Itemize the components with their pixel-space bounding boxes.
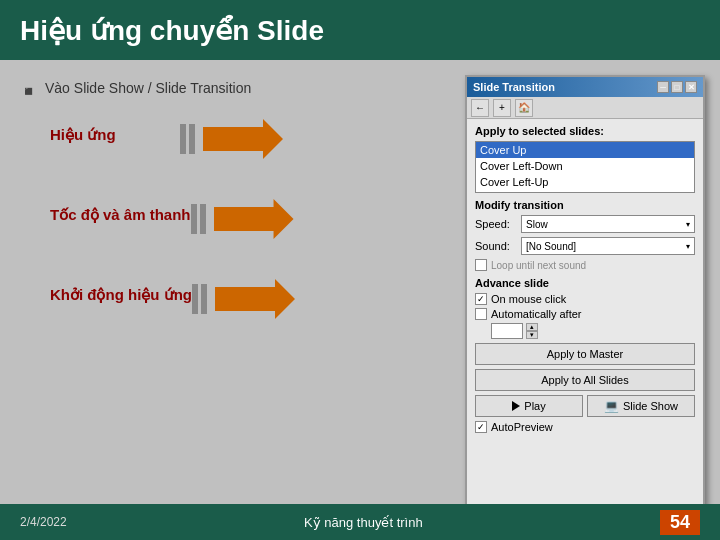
bar-5: [192, 284, 198, 314]
sound-row: Sound: [No Sound] ▾: [475, 237, 695, 255]
section3-label: Khởi động hiệu ứng: [50, 286, 192, 304]
play-slideshow-row: Play 💻 Slide Show: [475, 395, 695, 417]
arrow-3: [215, 279, 295, 319]
loop-label: Loop until next sound: [491, 260, 586, 271]
auto-after-row: Automatically after: [475, 308, 695, 320]
dialog-toolbar: ← + 🏠: [467, 97, 703, 119]
left-panel: ◾ Vào Slide Show / Slide Transition Hiệu…: [0, 70, 465, 530]
bar-4: [200, 204, 206, 234]
speed-arrow-icon: ▾: [686, 220, 690, 229]
page-header: Hiệu ứng chuyển Slide: [0, 0, 720, 60]
auto-preview-checkbox[interactable]: [475, 421, 487, 433]
main-content: ◾ Vào Slide Show / Slide Transition Hiệu…: [0, 60, 720, 540]
toolbar-btn-3[interactable]: 🏠: [515, 99, 533, 117]
sound-value: [No Sound]: [526, 241, 576, 252]
speed-label: Speed:: [475, 218, 517, 230]
bar-group-3: [192, 284, 207, 314]
spin-up[interactable]: ▴: [526, 323, 538, 331]
arrow-1: [203, 119, 283, 159]
bar-group-2: [191, 204, 206, 234]
bullet-item: ◾ Vào Slide Show / Slide Transition: [20, 80, 445, 99]
footer-date: 2/4/2022: [20, 515, 67, 529]
loop-row: Loop until next sound: [475, 259, 695, 271]
spinner-arrows: ▴ ▾: [526, 323, 538, 339]
footer: 2/4/2022 Kỹ năng thuyết trình 54: [0, 504, 720, 540]
transition-listbox[interactable]: Cover Up Cover Left-Down Cover Left-Up: [475, 141, 695, 193]
list-item-0[interactable]: Cover Up: [476, 142, 694, 158]
dialog-titlebar: Slide Transition ─ □ ✕: [467, 77, 703, 97]
toolbar-btn-1[interactable]: ←: [471, 99, 489, 117]
modify-section-title: Modify transition: [475, 199, 695, 211]
advance-section-title: Advance slide: [475, 277, 695, 289]
arrow-2: [214, 199, 294, 239]
dialog-controls: ─ □ ✕: [657, 81, 697, 93]
time-spinner[interactable]: [491, 323, 523, 339]
auto-preview-row: AutoPreview: [475, 421, 695, 433]
auto-preview-label: AutoPreview: [491, 421, 553, 433]
section2-row: Tốc độ và âm thanh: [50, 199, 445, 239]
sound-label: Sound:: [475, 240, 517, 252]
bar-2: [189, 124, 195, 154]
section1-label: Hiệu ứng: [50, 126, 180, 144]
slideshow-icon: 💻: [604, 399, 619, 413]
bar-3: [191, 204, 197, 234]
apply-master-label: Apply to Master: [547, 348, 623, 360]
bar-6: [201, 284, 207, 314]
speed-value: Slow: [526, 219, 548, 230]
auto-after-checkbox[interactable]: [475, 308, 487, 320]
speed-select[interactable]: Slow ▾: [521, 215, 695, 233]
sound-select[interactable]: [No Sound] ▾: [521, 237, 695, 255]
bar-1: [180, 124, 186, 154]
section1-row: Hiệu ứng: [50, 119, 445, 159]
section2-label: Tốc độ và âm thanh: [50, 206, 191, 224]
apply-master-button[interactable]: Apply to Master: [475, 343, 695, 365]
maximize-button[interactable]: □: [671, 81, 683, 93]
list-item-1[interactable]: Cover Left-Down: [476, 158, 694, 174]
loop-checkbox[interactable]: [475, 259, 487, 271]
bar-group-1: [180, 124, 195, 154]
bullet-text: Vào Slide Show / Slide Transition: [45, 80, 251, 96]
after-spinner-row: ▴ ▾: [491, 323, 695, 339]
play-button[interactable]: Play: [475, 395, 583, 417]
apply-all-label: Apply to All Slides: [541, 374, 628, 386]
apply-all-button[interactable]: Apply to All Slides: [475, 369, 695, 391]
slide-transition-dialog: Slide Transition ─ □ ✕ ← + 🏠 Apply to se…: [465, 75, 705, 530]
slideshow-button[interactable]: 💻 Slide Show: [587, 395, 695, 417]
bullet-icon: ◾: [20, 83, 37, 99]
section3-row: Khởi động hiệu ứng: [50, 279, 445, 319]
page-title: Hiệu ứng chuyển Slide: [20, 14, 324, 47]
minimize-button[interactable]: ─: [657, 81, 669, 93]
toolbar-btn-2[interactable]: +: [493, 99, 511, 117]
play-label: Play: [524, 400, 545, 412]
footer-page-number: 54: [660, 510, 700, 535]
apply-section-title: Apply to selected slides:: [475, 125, 695, 137]
mouse-click-row: On mouse click: [475, 293, 695, 305]
dialog-title: Slide Transition: [473, 81, 555, 93]
list-item-2[interactable]: Cover Left-Up: [476, 174, 694, 190]
speed-row: Speed: Slow ▾: [475, 215, 695, 233]
auto-after-label: Automatically after: [491, 308, 581, 320]
close-button[interactable]: ✕: [685, 81, 697, 93]
mouse-click-checkbox[interactable]: [475, 293, 487, 305]
mouse-click-label: On mouse click: [491, 293, 566, 305]
dialog-body: Apply to selected slides: Cover Up Cover…: [467, 119, 703, 528]
sound-arrow-icon: ▾: [686, 242, 690, 251]
footer-center-text: Kỹ năng thuyết trình: [304, 515, 423, 530]
spin-down[interactable]: ▾: [526, 331, 538, 339]
play-icon: [512, 401, 520, 411]
slideshow-label: Slide Show: [623, 400, 678, 412]
